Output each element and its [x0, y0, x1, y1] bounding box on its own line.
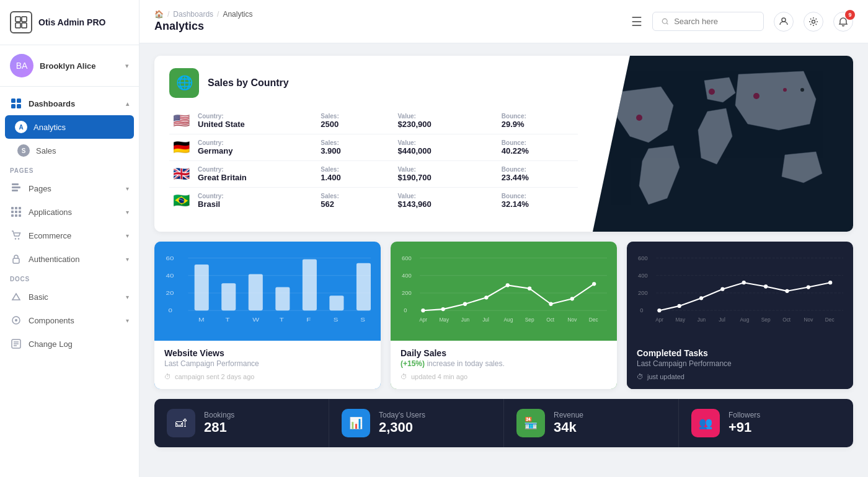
- svg-text:Oct: Oct: [546, 317, 555, 323]
- svg-point-95: [764, 284, 768, 288]
- sidebar-item-pages[interactable]: Pages ▾: [0, 177, 139, 200]
- svg-rect-19: [19, 214, 21, 217]
- profile-icon[interactable]: [774, 12, 794, 32]
- sidebar-item-analytics[interactable]: A Analytics: [5, 115, 134, 139]
- notifications-icon[interactable]: 9: [833, 12, 853, 32]
- pages-icon: [10, 182, 22, 195]
- main-content: 🏠 / Dashboards / Analytics Analytics ☰: [140, 0, 868, 477]
- breadcrumb-analytics: Analytics: [223, 10, 252, 19]
- svg-rect-14: [11, 211, 14, 213]
- completed-tasks-footer-text: just updated: [647, 373, 684, 380]
- svg-rect-5: [17, 98, 21, 103]
- search-box[interactable]: [652, 12, 764, 31]
- svg-point-94: [742, 281, 746, 284]
- user-chevron-icon: ▾: [125, 62, 129, 70]
- stat-item: 👥 Followers +91: [679, 399, 853, 447]
- completed-tasks-chart: 600 400 200 0 Apr: [627, 242, 853, 341]
- dashboards-icon: [10, 97, 22, 110]
- sidebar-item-ecommerce[interactable]: Ecommerce ▾: [0, 224, 139, 247]
- breadcrumb-dashboards: Dashboards: [173, 10, 213, 19]
- applications-icon: [10, 206, 22, 218]
- avatar: BA: [10, 54, 33, 77]
- svg-rect-2: [16, 23, 20, 28]
- svg-text:T: T: [280, 316, 285, 323]
- svg-text:Apr: Apr: [419, 317, 427, 323]
- topbar: 🏠 / Dashboards / Analytics Analytics ☰: [140, 0, 868, 43]
- svg-rect-12: [15, 207, 17, 209]
- svg-text:S: S: [360, 316, 365, 323]
- stat-value: +91: [728, 419, 760, 435]
- sidebar: Otis Admin PRO BA Brooklyn Alice ▾ Dashb…: [0, 0, 140, 477]
- svg-text:May: May: [675, 317, 686, 323]
- sidebar-item-applications[interactable]: Applications ▾: [0, 200, 139, 224]
- svg-point-92: [699, 296, 703, 300]
- svg-rect-4: [11, 98, 16, 103]
- topbar-left: 🏠 / Dashboards / Analytics Analytics: [154, 10, 614, 33]
- completed-tasks-card: 600 400 200 0 Apr: [627, 242, 853, 389]
- stats-row: 🛋 Bookings 281 📊 Today's Users 2,300 🏪 R…: [154, 399, 853, 447]
- page-title: Analytics: [154, 20, 204, 32]
- clock-icon: ⏱: [164, 373, 171, 380]
- sidebar-item-dashboards[interactable]: Dashboards ▴: [0, 92, 139, 115]
- sales-country-title: Sales by Country: [208, 77, 289, 89]
- sales-country-left: 🌐 Sales by Country 🇺🇸 Country: United St…: [154, 56, 593, 232]
- hamburger-icon[interactable]: ☰: [631, 14, 642, 29]
- components-label: Components: [29, 316, 74, 325]
- svg-text:0: 0: [168, 307, 172, 313]
- sales-label: Sales: [36, 146, 56, 155]
- breadcrumb-sep1: /: [167, 10, 169, 19]
- sidebar-item-changelog[interactable]: Change Log: [0, 332, 139, 356]
- stat-value: 2,300: [379, 419, 425, 435]
- dashboards-chevron-icon: ▴: [126, 100, 129, 107]
- svg-point-93: [720, 287, 724, 291]
- pages-chevron-icon: ▾: [126, 185, 129, 192]
- svg-point-20: [15, 238, 16, 239]
- svg-text:200: 200: [402, 289, 412, 296]
- table-row: 🇬🇧 Country: Great Britain Sales: 1.400 V…: [169, 161, 578, 188]
- stat-info: Followers +91: [728, 411, 760, 435]
- home-icon: 🏠: [154, 10, 164, 19]
- svg-text:20: 20: [166, 289, 174, 296]
- stat-icon: 📊: [342, 409, 370, 437]
- svg-point-90: [657, 309, 661, 312]
- svg-rect-7: [17, 104, 21, 108]
- sidebar-item-authentication[interactable]: Authentication ▾: [0, 247, 139, 271]
- svg-text:0: 0: [404, 307, 407, 313]
- svg-text:Jun: Jun: [461, 317, 470, 323]
- dashboards-label: Dashboards: [29, 99, 75, 108]
- svg-point-68: [506, 283, 510, 287]
- search-input[interactable]: [674, 17, 755, 26]
- sidebar-user[interactable]: BA Brooklyn Alice ▾: [0, 45, 139, 87]
- svg-rect-22: [13, 258, 19, 263]
- sidebar-item-sales[interactable]: S Sales: [0, 139, 139, 162]
- svg-rect-15: [15, 211, 17, 213]
- svg-text:Dec: Dec: [589, 317, 598, 323]
- svg-rect-44: [249, 274, 263, 311]
- basic-chevron-icon: ▾: [126, 294, 129, 300]
- svg-text:Apr: Apr: [655, 317, 663, 323]
- svg-text:M: M: [198, 316, 205, 323]
- svg-rect-45: [275, 287, 290, 311]
- svg-text:S: S: [334, 316, 339, 323]
- breadcrumb: 🏠 / Dashboards / Analytics: [154, 10, 614, 19]
- sidebar-item-components[interactable]: Components ▾: [0, 309, 139, 332]
- svg-text:Nov: Nov: [568, 317, 578, 323]
- svg-rect-46: [303, 260, 317, 311]
- daily-sales-title-text: Daily Sales: [401, 348, 446, 358]
- svg-text:Dec: Dec: [825, 317, 835, 323]
- svg-point-26: [662, 19, 667, 24]
- svg-rect-1: [22, 17, 27, 22]
- stat-label: Followers: [728, 411, 760, 419]
- svg-text:Jun: Jun: [698, 317, 706, 323]
- website-views-card: 60 40 20 0 M T: [154, 242, 381, 389]
- settings-icon[interactable]: [804, 12, 823, 32]
- svg-point-70: [549, 302, 552, 306]
- changelog-icon: [10, 338, 22, 350]
- svg-text:Oct: Oct: [782, 317, 791, 323]
- daily-sales-subtitle: (+15%) increase in today sales.: [401, 359, 607, 368]
- stat-icon: 🛋: [167, 409, 195, 437]
- table-row: 🇺🇸 Country: United State Sales: 2500 Val…: [169, 108, 578, 134]
- authentication-label: Authentication: [29, 255, 79, 264]
- daily-sales-footer-text: updated 4 min ago: [411, 373, 467, 380]
- sidebar-item-basic[interactable]: Basic ▾: [0, 285, 139, 309]
